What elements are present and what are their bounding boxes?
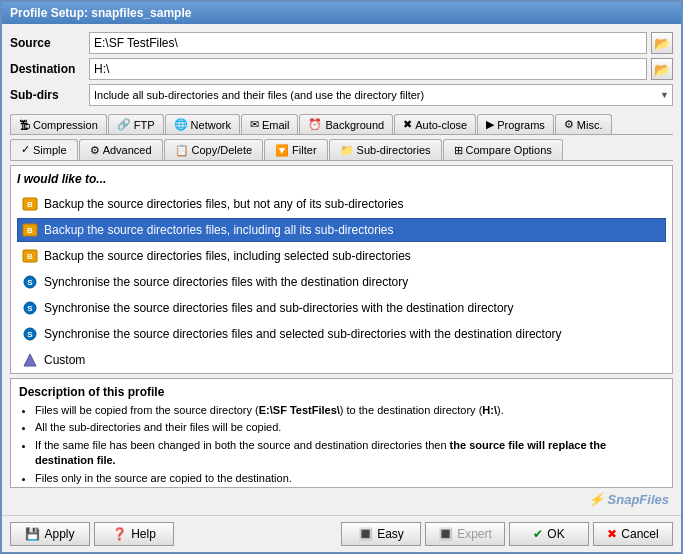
tab-network[interactable]: 🌐 Network [165, 114, 240, 134]
ftp-icon: 🔗 [117, 118, 131, 131]
expert-button[interactable]: 🔳 Expert [425, 522, 505, 546]
description-list: Files will be copied from the source dir… [19, 403, 664, 488]
backup-icon-1: B [22, 196, 38, 212]
iwould-label: I would like to... [17, 172, 666, 186]
tab-compare[interactable]: ⊞ Compare Options [443, 139, 563, 160]
help-button[interactable]: ❓ Help [94, 522, 174, 546]
desc-item-1: Files will be copied from the source dir… [35, 403, 664, 418]
tab-compression-label: Compression [33, 119, 98, 131]
network-icon: 🌐 [174, 118, 188, 131]
window-title: Profile Setup: snapfiles_sample [10, 6, 191, 20]
option-list: B Backup the source directories files, b… [17, 192, 666, 372]
destination-browse-button[interactable]: 📂 [651, 58, 673, 80]
tab-compression[interactable]: 🗜 Compression [10, 114, 107, 134]
tab-programs[interactable]: ▶ Programs [477, 114, 554, 134]
option-5-text: Synchronise the source directories files… [44, 301, 514, 315]
tab-background-label: Background [325, 119, 384, 131]
autoclose-icon: ✖ [403, 118, 412, 131]
destination-label: Destination [10, 62, 85, 76]
description-area: Description of this profile Files will b… [10, 378, 673, 488]
svg-text:S: S [27, 278, 33, 287]
expert-icon: 🔳 [438, 527, 453, 541]
tab-ftp-label: FTP [134, 119, 155, 131]
sync-icon-5: S [22, 300, 38, 316]
snapfiles-logo: ⚡ SnapFiles [588, 492, 669, 507]
tab-misc[interactable]: ⚙ Misc. [555, 114, 612, 134]
tab-autoclose-label: Auto-close [415, 119, 467, 131]
description-title: Description of this profile [19, 385, 664, 399]
option-6-text: Synchronise the source directories files… [44, 327, 562, 341]
svg-text:B: B [27, 226, 33, 235]
cancel-icon: ✖ [607, 527, 617, 541]
svg-text:B: B [27, 252, 33, 261]
tab-advanced-label: Advanced [103, 144, 152, 156]
help-icon: ❓ [112, 527, 127, 541]
watermark: ⚡ SnapFiles [10, 492, 673, 507]
tab-email-label: Email [262, 119, 290, 131]
window-content: Source 📂 Destination 📂 Sub-dirs Include … [2, 24, 681, 515]
source-label: Source [10, 36, 85, 50]
option-4[interactable]: S Synchronise the source directories fil… [17, 270, 666, 294]
option-3[interactable]: B Backup the source directories files, i… [17, 244, 666, 268]
option-7[interactable]: Custom [17, 348, 666, 372]
desc-item-2: All the sub-directories and their files … [35, 420, 664, 435]
bottom-bar: 💾 Apply ❓ Help 🔳 Easy 🔳 Expert ✔ OK ✖ Ca… [2, 515, 681, 552]
sync-icon-4: S [22, 274, 38, 290]
tab-ftp[interactable]: 🔗 FTP [108, 114, 164, 134]
option-1[interactable]: B Backup the source directories files, b… [17, 192, 666, 216]
subdirs-row: Sub-dirs Include all sub-directories and… [10, 84, 673, 106]
svg-text:B: B [27, 200, 33, 209]
option-4-text: Synchronise the source directories files… [44, 275, 408, 289]
tab-email[interactable]: ✉ Email [241, 114, 299, 134]
tabs-row1: 🗜 Compression 🔗 FTP 🌐 Network ✉ Email ⏰ … [10, 114, 673, 135]
tab-advanced[interactable]: ⚙ Advanced [79, 139, 163, 160]
folder-icon: 📂 [654, 36, 670, 51]
tab-filter[interactable]: 🔽 Filter [264, 139, 327, 160]
destination-input[interactable] [89, 58, 647, 80]
compression-icon: 🗜 [19, 119, 30, 131]
tab-network-label: Network [191, 119, 231, 131]
svg-marker-12 [24, 354, 36, 366]
tab-subdirs[interactable]: 📁 Sub-directories [329, 139, 442, 160]
option-2-text: Backup the source directories files, inc… [44, 223, 394, 237]
simple-icon: ✓ [21, 143, 30, 156]
ok-button[interactable]: ✔ OK [509, 522, 589, 546]
option-7-text: Custom [44, 353, 85, 367]
tab-filter-label: Filter [292, 144, 316, 156]
option-5[interactable]: S Synchronise the source directories fil… [17, 296, 666, 320]
source-browse-button[interactable]: 📂 [651, 32, 673, 54]
backup-icon-2: B [22, 222, 38, 238]
source-input[interactable] [89, 32, 647, 54]
custom-icon-7 [22, 352, 38, 368]
option-6[interactable]: S Synchronise the source directories fil… [17, 322, 666, 346]
subdirs-select[interactable]: Include all sub-directories and their fi… [89, 84, 673, 106]
easy-button[interactable]: 🔳 Easy [341, 522, 421, 546]
svg-text:S: S [27, 330, 33, 339]
sync-icon-6: S [22, 326, 38, 342]
main-area: I would like to... B Backup the source d… [10, 165, 673, 374]
desc-item-3: If the same file has been changed in bot… [35, 438, 664, 469]
option-2[interactable]: B Backup the source directories files, i… [17, 218, 666, 242]
svg-text:S: S [27, 304, 33, 313]
easy-label: Easy [377, 527, 404, 541]
cancel-label: Cancel [621, 527, 658, 541]
main-window: Profile Setup: snapfiles_sample Source 📂… [0, 0, 683, 554]
advanced-icon: ⚙ [90, 144, 100, 157]
compare-icon: ⊞ [454, 144, 463, 157]
tab-background[interactable]: ⏰ Background [299, 114, 393, 134]
tab-copydel[interactable]: 📋 Copy/Delete [164, 139, 264, 160]
tab-simple[interactable]: ✓ Simple [10, 139, 78, 160]
ok-icon: ✔ [533, 527, 543, 541]
subdirs-wrapper: Include all sub-directories and their fi… [89, 84, 673, 106]
email-icon: ✉ [250, 118, 259, 131]
tab-simple-label: Simple [33, 144, 67, 156]
apply-button[interactable]: 💾 Apply [10, 522, 90, 546]
tab-misc-label: Misc. [577, 119, 603, 131]
tab-autoclose[interactable]: ✖ Auto-close [394, 114, 476, 134]
expert-label: Expert [457, 527, 492, 541]
backup-icon-3: B [22, 248, 38, 264]
misc-icon: ⚙ [564, 118, 574, 131]
option-3-text: Backup the source directories files, inc… [44, 249, 411, 263]
copydel-icon: 📋 [175, 144, 189, 157]
cancel-button[interactable]: ✖ Cancel [593, 522, 673, 546]
